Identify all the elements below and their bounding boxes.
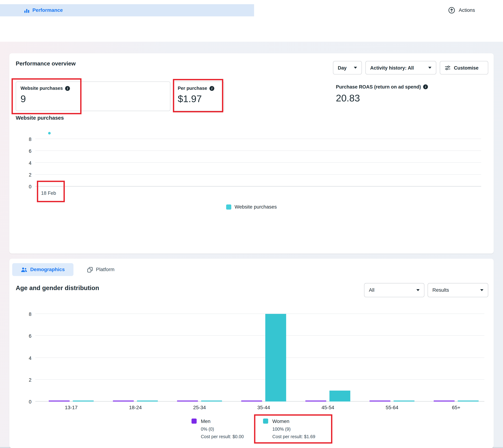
bar-men-45-54[interactable] [305, 400, 326, 401]
bar-men-18-24[interactable] [113, 400, 134, 401]
y-axis-label-0: 0 [19, 399, 31, 404]
tab-performance-label: Performance [32, 7, 63, 13]
y-axis-label-4: 4 [19, 355, 31, 361]
gridline-4 [35, 162, 481, 163]
bar-men-13-17[interactable] [49, 400, 70, 401]
chevron-down-icon [428, 67, 431, 69]
info-icon[interactable]: i [209, 86, 214, 91]
data-point-18 Feb[interactable] [48, 132, 51, 134]
performance-overview-card: Performance overview Day Activity histor… [9, 53, 494, 254]
performance-tab-strip: Performance [0, 4, 254, 16]
bar-women-45-54[interactable] [330, 391, 350, 401]
y-axis-label-2: 2 [19, 377, 31, 383]
activity-history-value: Activity history: All [370, 65, 414, 70]
demographics-card: Demographics Platform Age and gender dis… [9, 259, 494, 448]
people-icon [21, 267, 27, 272]
bar-women-35-44[interactable] [265, 314, 286, 401]
age-gender-heading: Age and gender distribution [16, 284, 99, 292]
info-icon[interactable]: i [65, 86, 70, 91]
per-purchase-metric-card: Per purchase i $1.97 [173, 81, 224, 111]
tab-demographics-label: Demographics [30, 267, 65, 272]
x-axis-label-55-64: 55-64 [373, 405, 411, 410]
y-axis-label-4: 4 [19, 160, 31, 166]
metric-dropdown-value: Results [432, 287, 449, 293]
day-dropdown-value: Day [338, 65, 346, 70]
purchase-roas-metric: Purchase ROAS (return on ad spend) i 20.… [336, 84, 428, 104]
bar-women-25-34[interactable] [201, 400, 222, 401]
customise-label: Customise [454, 65, 478, 70]
actions-button[interactable]: Actions [448, 4, 475, 16]
legend-men: Men 0% (0) Cost per result: $0.00 [191, 418, 244, 439]
customise-sliders-icon [444, 65, 451, 71]
men-legend-cost: Cost per result: $0.00 [201, 434, 244, 439]
x-axis-label-35-44: 35-44 [244, 405, 283, 410]
y-axis-label-0: 0 [19, 184, 31, 189]
chevron-down-icon [354, 67, 357, 69]
gridline-8 [35, 139, 481, 139]
info-icon[interactable]: i [423, 84, 428, 89]
website-purchases-chart-heading: Website purchases [16, 115, 64, 121]
bar-women-18-24[interactable] [137, 400, 158, 401]
women-legend-share: 100% (9) [272, 427, 315, 432]
gridline-2 [35, 174, 481, 175]
breakdown-dropdown[interactable]: All [364, 283, 424, 297]
chevron-down-icon [416, 289, 420, 291]
bar-women-13-17[interactable] [73, 400, 94, 401]
actions-label: Actions [459, 7, 475, 13]
performance-overview-title: Performance overview [16, 60, 76, 67]
women-legend-swatch [263, 418, 268, 424]
website-purchases-value: 9 [21, 93, 166, 104]
gridline-2 [35, 379, 484, 380]
y-axis-label-8: 8 [19, 136, 31, 142]
x-axis-label-18-24: 18-24 [116, 405, 155, 410]
copy-squares-icon [87, 267, 93, 272]
men-legend-label: Men [201, 418, 244, 424]
women-legend-cost: Cost per result: $1.69 [272, 434, 315, 439]
share-up-icon [448, 6, 456, 14]
bar-men-65+[interactable] [434, 400, 455, 401]
bar-men-55-64[interactable] [369, 400, 390, 401]
y-axis-label-6: 6 [19, 333, 31, 339]
bar-women-65+[interactable] [458, 400, 479, 401]
website-purchases-legend-label: Website purchases [235, 204, 277, 210]
chevron-down-icon [480, 289, 484, 291]
men-legend-swatch [191, 418, 197, 424]
tab-demographics[interactable]: Demographics [12, 263, 74, 276]
website-purchases-plot: 0246818 Feb [35, 127, 481, 187]
customise-button[interactable]: Customise [440, 61, 488, 74]
y-axis-label-6: 6 [19, 148, 31, 154]
tab-performance[interactable]: Performance [24, 7, 63, 13]
ads-manager-screen: Performance Actions Performance overview… [0, 0, 503, 448]
website-purchases-label: Website purchases [21, 86, 63, 91]
bar-women-55-64[interactable] [393, 400, 414, 401]
x-axis-label-65+: 65+ [437, 405, 475, 410]
website-purchases-metric-card: Website purchases i 9 [16, 81, 170, 111]
metric-dropdown[interactable]: Results [427, 283, 488, 297]
activity-history-dropdown[interactable]: Activity history: All [365, 61, 436, 74]
y-axis-label-2: 2 [19, 172, 31, 177]
x-axis-label-25-34: 25-34 [180, 405, 219, 410]
x-axis-label-18 Feb: 18 Feb [41, 190, 56, 196]
per-purchase-label: Per purchase [178, 86, 207, 91]
bar-men-25-34[interactable] [177, 400, 198, 401]
per-purchase-value: $1.97 [178, 93, 219, 104]
purchase-roas-value: 20.83 [336, 93, 428, 104]
website-purchases-legend-swatch [226, 204, 232, 210]
bar-men-35-44[interactable] [241, 400, 262, 401]
legend-women: Women 100% (9) Cost per result: $1.69 [263, 418, 315, 439]
gridline-6 [35, 336, 484, 336]
purchase-roas-label: Purchase ROAS (return on ad spend) [336, 84, 421, 90]
tab-platform[interactable]: Platform [77, 263, 125, 276]
gridline-4 [35, 357, 484, 358]
gridline-0 [35, 186, 481, 187]
tab-platform-label: Platform [96, 267, 115, 272]
men-legend-share: 0% (0) [201, 427, 244, 432]
gridline-8 [35, 314, 484, 314]
bar-chart-icon [24, 8, 30, 13]
breakdown-dropdown-value: All [369, 287, 375, 293]
y-axis-label-8: 8 [19, 311, 31, 317]
women-legend-label: Women [272, 418, 315, 424]
website-purchases-legend: Website purchases [9, 204, 494, 210]
day-dropdown[interactable]: Day [333, 61, 362, 74]
age-gender-plot: 0246813-1718-2425-3435-4445-5455-6465+ [35, 306, 484, 401]
